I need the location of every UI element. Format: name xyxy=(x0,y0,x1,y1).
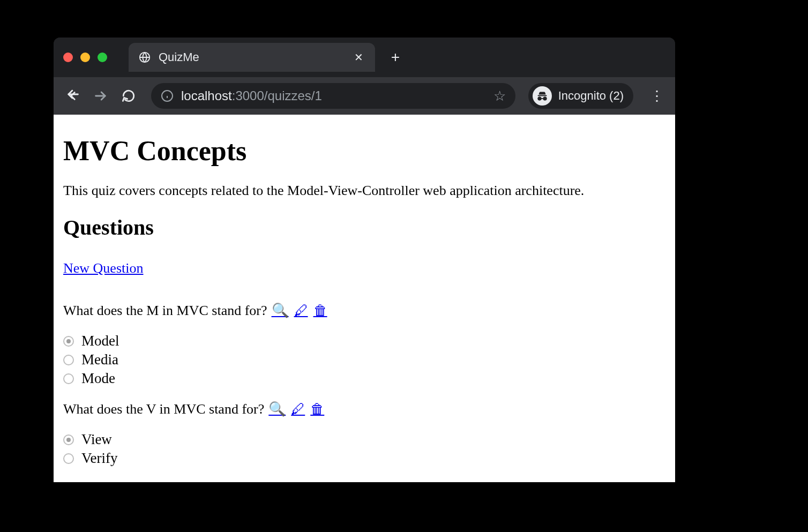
option-item: Model xyxy=(63,332,665,350)
trash-icon: 🗑 xyxy=(310,401,324,417)
option-label: Verify xyxy=(81,449,117,468)
browser-tab[interactable]: QuizMe ✕ xyxy=(129,43,375,72)
incognito-label: Incognito (2) xyxy=(558,89,624,103)
new-question-link[interactable]: New Question xyxy=(63,260,143,276)
question-text: What does the V in MVC stand for? xyxy=(63,401,264,417)
pencil-icon: 🖊 xyxy=(291,401,305,417)
window-zoom-button[interactable] xyxy=(98,53,107,62)
questions-list: What does the M in MVC stand for? 🔍 🖊 🗑 … xyxy=(63,302,665,468)
window-minimize-button[interactable] xyxy=(80,53,90,62)
magnifier-icon: 🔍 xyxy=(272,303,289,318)
option-label: View xyxy=(81,430,112,449)
incognito-indicator[interactable]: Incognito (2) xyxy=(528,83,633,109)
options-list: ModelMediaMode xyxy=(63,332,665,388)
delete-question-link[interactable]: 🗑 xyxy=(312,302,328,319)
option-radio[interactable] xyxy=(63,373,74,384)
view-question-link[interactable]: 🔍 xyxy=(267,401,287,417)
question-row: What does the V in MVC stand for? 🔍 🖊 🗑 xyxy=(63,401,665,417)
option-label: Mode xyxy=(81,369,115,388)
page-title: MVC Concepts xyxy=(63,135,665,167)
question-text: What does the M in MVC stand for? xyxy=(63,303,267,319)
option-label: Model xyxy=(81,332,119,350)
url-host: localhost xyxy=(181,88,232,103)
option-radio[interactable] xyxy=(63,453,74,464)
site-info-icon[interactable] xyxy=(161,89,174,102)
browser-window: QuizMe ✕ + localhost:3000/quizzes/1 ☆ xyxy=(54,38,675,482)
option-item: Verify xyxy=(63,449,665,468)
trash-icon: 🗑 xyxy=(313,303,327,318)
forward-button[interactable] xyxy=(91,86,110,106)
pencil-icon: 🖊 xyxy=(294,303,308,318)
new-tab-button[interactable]: + xyxy=(387,49,404,66)
edit-question-link[interactable]: 🖊 xyxy=(293,302,309,319)
option-radio[interactable] xyxy=(63,355,74,365)
delete-question-link[interactable]: 🗑 xyxy=(309,401,325,417)
tab-close-icon[interactable]: ✕ xyxy=(352,49,365,66)
option-item: Mode xyxy=(63,369,665,388)
page-description: This quiz covers concepts related to the… xyxy=(63,183,665,199)
question-block: What does the V in MVC stand for? 🔍 🖊 🗑 … xyxy=(63,401,665,468)
option-radio[interactable] xyxy=(63,434,74,445)
questions-heading: Questions xyxy=(63,215,665,240)
url-path: :3000/quizzes/1 xyxy=(232,88,322,103)
option-label: Media xyxy=(81,350,118,369)
page-viewport: MVC Concepts This quiz covers concepts r… xyxy=(54,115,675,482)
bookmark-star-icon[interactable]: ☆ xyxy=(493,88,506,104)
globe-icon xyxy=(138,51,151,64)
window-controls xyxy=(63,53,107,62)
magnifier-icon: 🔍 xyxy=(268,401,286,417)
tab-strip: QuizMe ✕ + xyxy=(54,38,675,77)
address-bar[interactable]: localhost:3000/quizzes/1 ☆ xyxy=(151,83,515,109)
question-row: What does the M in MVC stand for? 🔍 🖊 🗑 xyxy=(63,302,665,319)
incognito-icon xyxy=(533,86,552,106)
tab-title: QuizMe xyxy=(159,50,345,64)
url-text: localhost:3000/quizzes/1 xyxy=(181,88,486,103)
edit-question-link[interactable]: 🖊 xyxy=(290,401,306,417)
option-item: View xyxy=(63,430,665,449)
option-radio[interactable] xyxy=(63,336,74,347)
option-item: Media xyxy=(63,350,665,369)
browser-toolbar: localhost:3000/quizzes/1 ☆ Incognito (2)… xyxy=(54,77,675,115)
reload-button[interactable] xyxy=(119,86,138,106)
window-close-button[interactable] xyxy=(63,53,73,62)
browser-menu-button[interactable]: ⋮ xyxy=(648,88,665,104)
view-question-link[interactable]: 🔍 xyxy=(271,302,290,319)
question-block: What does the M in MVC stand for? 🔍 🖊 🗑 … xyxy=(63,302,665,388)
back-button[interactable] xyxy=(63,86,83,106)
options-list: ViewVerify xyxy=(63,430,665,468)
